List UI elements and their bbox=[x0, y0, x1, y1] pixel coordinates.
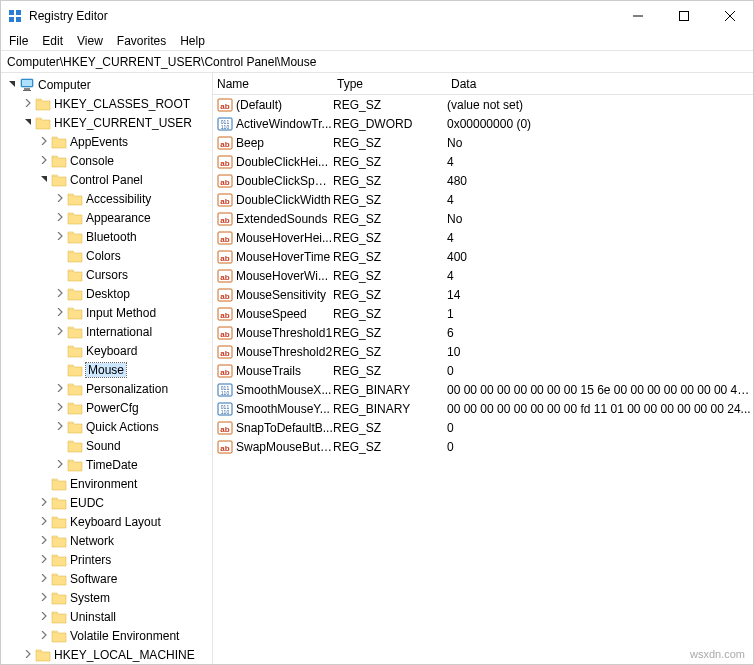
menu-view[interactable]: View bbox=[77, 34, 103, 48]
expand-icon[interactable] bbox=[37, 516, 51, 527]
expand-icon[interactable] bbox=[53, 212, 67, 223]
value-name: SmoothMouseY... bbox=[236, 402, 333, 416]
expand-icon[interactable] bbox=[37, 611, 51, 622]
maximize-button[interactable] bbox=[661, 1, 707, 31]
value-row[interactable]: ExtendedSoundsREG_SZNo bbox=[213, 209, 753, 228]
expand-icon[interactable] bbox=[37, 136, 51, 147]
svg-rect-0 bbox=[9, 10, 14, 15]
expand-icon[interactable] bbox=[53, 231, 67, 242]
value-row[interactable]: SwapMouseButt...REG_SZ0 bbox=[213, 437, 753, 456]
value-row[interactable]: MouseHoverHei...REG_SZ4 bbox=[213, 228, 753, 247]
tree-item-quick-actions[interactable]: Quick Actions bbox=[1, 417, 212, 436]
value-row[interactable]: SmoothMouseX...REG_BINARY00 00 00 00 00 … bbox=[213, 380, 753, 399]
expand-icon[interactable] bbox=[53, 402, 67, 413]
collapse-icon[interactable] bbox=[37, 174, 51, 185]
tree-item-appearance[interactable]: Appearance bbox=[1, 208, 212, 227]
tree-item-timedate[interactable]: TimeDate bbox=[1, 455, 212, 474]
tree-item-bluetooth[interactable]: Bluetooth bbox=[1, 227, 212, 246]
tree-item-personalization[interactable]: Personalization bbox=[1, 379, 212, 398]
expand-icon[interactable] bbox=[37, 630, 51, 641]
value-row[interactable]: (Default)REG_SZ(value not set) bbox=[213, 95, 753, 114]
expand-icon[interactable] bbox=[53, 326, 67, 337]
column-name[interactable]: Name bbox=[213, 77, 333, 91]
folder-icon bbox=[67, 287, 83, 301]
value-row[interactable]: DoubleClickHei...REG_SZ4 bbox=[213, 152, 753, 171]
tree-item-system[interactable]: System bbox=[1, 588, 212, 607]
tree-item-console[interactable]: Console bbox=[1, 151, 212, 170]
value-row[interactable]: MouseSensitivityREG_SZ14 bbox=[213, 285, 753, 304]
column-type[interactable]: Type bbox=[333, 77, 447, 91]
value-row[interactable]: DoubleClickSpeedREG_SZ480 bbox=[213, 171, 753, 190]
value-row[interactable]: BeepREG_SZNo bbox=[213, 133, 753, 152]
value-row[interactable]: DoubleClickWidthREG_SZ4 bbox=[213, 190, 753, 209]
column-data[interactable]: Data bbox=[447, 77, 753, 91]
menu-edit[interactable]: Edit bbox=[42, 34, 63, 48]
folder-icon bbox=[35, 97, 51, 111]
tree-item-international[interactable]: International bbox=[1, 322, 212, 341]
value-row[interactable]: SnapToDefaultB...REG_SZ0 bbox=[213, 418, 753, 437]
tree-item-keyboard[interactable]: Keyboard bbox=[1, 341, 212, 360]
expand-icon[interactable] bbox=[53, 193, 67, 204]
tree-item-volatile-environment[interactable]: Volatile Environment bbox=[1, 626, 212, 645]
expand-icon[interactable] bbox=[37, 573, 51, 584]
menu-file[interactable]: File bbox=[9, 34, 28, 48]
tree-item-desktop[interactable]: Desktop bbox=[1, 284, 212, 303]
value-row[interactable]: MouseThreshold1REG_SZ6 bbox=[213, 323, 753, 342]
value-row[interactable]: MouseHoverWi...REG_SZ4 bbox=[213, 266, 753, 285]
list-header[interactable]: Name Type Data bbox=[213, 73, 753, 95]
tree-item-control-panel[interactable]: Control Panel bbox=[1, 170, 212, 189]
tree-item-software[interactable]: Software bbox=[1, 569, 212, 588]
collapse-icon[interactable] bbox=[5, 79, 19, 90]
value-row[interactable]: ActiveWindowTr...REG_DWORD0x00000000 (0) bbox=[213, 114, 753, 133]
tree-item-accessibility[interactable]: Accessibility bbox=[1, 189, 212, 208]
expand-icon[interactable] bbox=[53, 421, 67, 432]
tree-item-powercfg[interactable]: PowerCfg bbox=[1, 398, 212, 417]
tree-item-uninstall[interactable]: Uninstall bbox=[1, 607, 212, 626]
expand-icon[interactable] bbox=[53, 307, 67, 318]
tree-item-computer[interactable]: Computer bbox=[1, 75, 212, 94]
expand-icon[interactable] bbox=[53, 288, 67, 299]
menu-favorites[interactable]: Favorites bbox=[117, 34, 166, 48]
expand-icon[interactable] bbox=[53, 459, 67, 470]
tree-label: TimeDate bbox=[86, 458, 138, 472]
expand-icon[interactable] bbox=[37, 497, 51, 508]
tree-item-appevents[interactable]: AppEvents bbox=[1, 132, 212, 151]
string-value-icon bbox=[217, 306, 233, 322]
tree-item-keyboard-layout[interactable]: Keyboard Layout bbox=[1, 512, 212, 531]
folder-icon bbox=[51, 629, 67, 643]
tree-item-hkey-current-user[interactable]: HKEY_CURRENT_USER bbox=[1, 113, 212, 132]
close-button[interactable] bbox=[707, 1, 753, 31]
tree-pane[interactable]: ComputerHKEY_CLASSES_ROOTHKEY_CURRENT_US… bbox=[1, 73, 213, 664]
titlebar[interactable]: Registry Editor bbox=[1, 1, 753, 31]
tree-item-colors[interactable]: Colors bbox=[1, 246, 212, 265]
expand-icon[interactable] bbox=[37, 592, 51, 603]
menu-help[interactable]: Help bbox=[180, 34, 205, 48]
expand-icon[interactable] bbox=[37, 535, 51, 546]
value-row[interactable]: MouseSpeedREG_SZ1 bbox=[213, 304, 753, 323]
value-type: REG_SZ bbox=[333, 212, 447, 226]
tree-item-mouse[interactable]: Mouse bbox=[1, 360, 212, 379]
value-row[interactable]: MouseTrailsREG_SZ0 bbox=[213, 361, 753, 380]
value-row[interactable]: MouseThreshold2REG_SZ10 bbox=[213, 342, 753, 361]
value-row[interactable]: MouseHoverTimeREG_SZ400 bbox=[213, 247, 753, 266]
tree-item-sound[interactable]: Sound bbox=[1, 436, 212, 455]
tree-item-eudc[interactable]: EUDC bbox=[1, 493, 212, 512]
tree-item-input-method[interactable]: Input Method bbox=[1, 303, 212, 322]
minimize-button[interactable] bbox=[615, 1, 661, 31]
tree-item-environment[interactable]: Environment bbox=[1, 474, 212, 493]
expand-icon[interactable] bbox=[37, 554, 51, 565]
tree-item-network[interactable]: Network bbox=[1, 531, 212, 550]
expand-icon[interactable] bbox=[53, 383, 67, 394]
tree-item-cursors[interactable]: Cursors bbox=[1, 265, 212, 284]
value-type: REG_SZ bbox=[333, 326, 447, 340]
tree-item-hkey-classes-root[interactable]: HKEY_CLASSES_ROOT bbox=[1, 94, 212, 113]
collapse-icon[interactable] bbox=[21, 117, 35, 128]
address-bar[interactable]: Computer\HKEY_CURRENT_USER\Control Panel… bbox=[1, 51, 753, 73]
tree-item-printers[interactable]: Printers bbox=[1, 550, 212, 569]
expand-icon[interactable] bbox=[21, 98, 35, 109]
list-pane[interactable]: Name Type Data (Default)REG_SZ(value not… bbox=[213, 73, 753, 664]
expand-icon[interactable] bbox=[21, 649, 35, 660]
tree-item-hkey-local-machine[interactable]: HKEY_LOCAL_MACHINE bbox=[1, 645, 212, 664]
expand-icon[interactable] bbox=[37, 155, 51, 166]
value-row[interactable]: SmoothMouseY...REG_BINARY00 00 00 00 00 … bbox=[213, 399, 753, 418]
